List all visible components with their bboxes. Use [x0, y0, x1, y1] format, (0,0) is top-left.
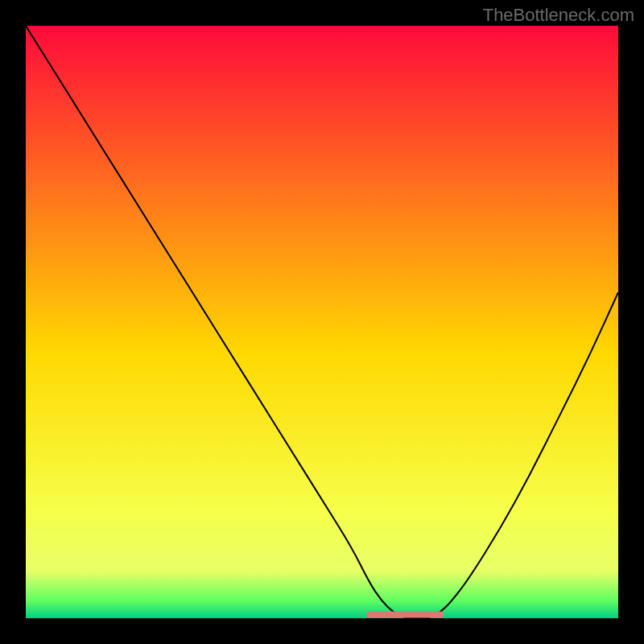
chart-plot-area [26, 26, 618, 618]
bottleneck-chart [26, 26, 618, 618]
watermark-text: TheBottleneck.com [483, 5, 634, 26]
chart-background [26, 26, 618, 618]
